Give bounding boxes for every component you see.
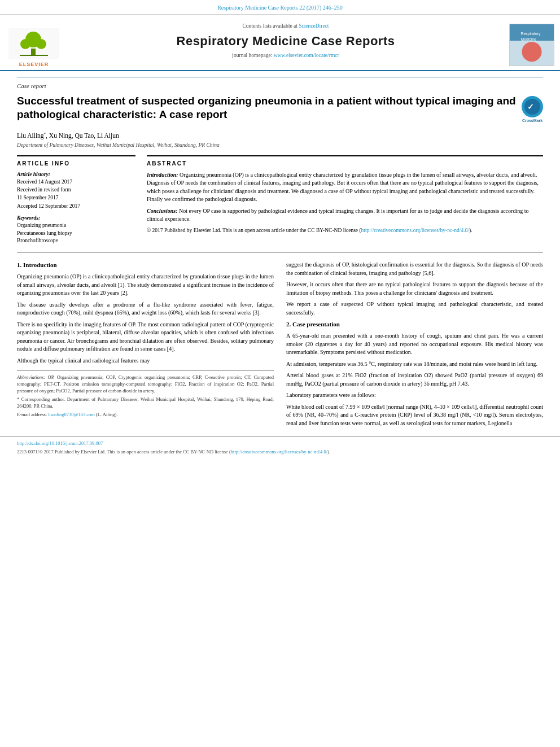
keyword-1: Organizing pneumonia (17, 222, 135, 229)
journal-center: Contents lists available at ScienceDirec… (68, 19, 504, 70)
section2-para-3: Arterial blood gases at 21% FiO2 (fracti… (286, 372, 543, 388)
section2-para-1: A 65-year-old man presented with a one-m… (286, 332, 543, 357)
body-right-para-1: suggest the diagnosis of OP, histologica… (286, 261, 543, 277)
abstract-section: ABSTRACT Introduction: Organizing pneumo… (147, 155, 543, 245)
revised-date: 11 September 2017 (17, 194, 135, 202)
footnotes: Abbreviations: OP, Organizing pneumonia;… (17, 370, 274, 418)
authors: Liu Ailing*, Xu Ning, Qu Tao, Li Aijun (17, 131, 543, 140)
body-para-3: There is no specificity in the imaging f… (17, 321, 274, 353)
section1-heading: 1. Introduction (17, 261, 274, 270)
elsevier-wordmark: ELSEVIER (19, 61, 49, 68)
journal-header: ELSEVIER Contents lists available at Sci… (0, 15, 560, 71)
email-link[interactable]: liuailing0730@163.com (48, 412, 95, 417)
issn-line: 2213-0071/© 2017 Published by Elsevier L… (17, 449, 543, 456)
top-bar: Respiratory Medicine Case Reports 22 (20… (0, 0, 560, 15)
elsevier-logo-icon (8, 28, 59, 59)
body-right-para-2: However, it occurs often that there are … (286, 281, 543, 297)
conclusions-label: Conclusions: (147, 208, 177, 214)
abstract-text: Introduction: Organizing pneumonia (OP) … (147, 171, 543, 235)
article-info-abstract-section: ARTICLE INFO Article history: Received 1… (17, 155, 543, 245)
body-para-4: Although the typical clinical and radiol… (17, 357, 274, 365)
crossmark-icon: ✓ (522, 96, 543, 117)
article-info-title: ARTICLE INFO (17, 160, 135, 168)
svg-point-4 (36, 39, 46, 49)
keyword-2: Percutaneous lung biopsy (17, 230, 135, 237)
article-title: Successful treatment of suspected organi… (17, 94, 516, 122)
svg-text:Medicine: Medicine (521, 37, 536, 41)
svg-rect-1 (31, 49, 36, 55)
journal-cover-image: Respiratory Medicine (509, 24, 554, 66)
issn-text: 2213-0071/© 2017 Published by Elsevier L… (17, 449, 231, 455)
conclusions-content: Not every OP case is supported by pathol… (147, 208, 528, 222)
body-para-2: The disease usually develops after a pro… (17, 301, 274, 317)
homepage-line: journal homepage: www.elsevier.com/locat… (73, 52, 498, 59)
copyright-close: ). (469, 228, 473, 233)
keyword-3: Bronchofibroscope (17, 237, 135, 244)
bottom-bar: http://dx.doi.org/10.1016/j.rmcr.2017.09… (0, 436, 560, 459)
svg-point-8 (522, 42, 541, 62)
section2-para-4: Laboratory parameters were as follows: (286, 391, 543, 400)
abbreviations: Abbreviations: OP, Organizing pneumonia;… (17, 374, 274, 395)
body-content: 1. Introduction Organizing pneumonia (OP… (17, 261, 543, 431)
svg-rect-5 (20, 55, 48, 56)
corresponding-label: * Corresponding author. (17, 396, 65, 402)
abbrev-text: OP, Organizing pneumonia; COP, Cryptogen… (17, 374, 274, 394)
journal-link[interactable]: Respiratory Medicine Case Reports 22 (20… (217, 5, 343, 11)
elsevier-logo-area: ELSEVIER (0, 19, 68, 70)
cc-license-link[interactable]: http://creativecommons.org/licenses/by-n… (231, 449, 327, 455)
section2-para-5: White blood cell count of 7.99 × 109 cel… (286, 403, 543, 428)
copyright-line: © 2017 Published by Elsevier Ltd. This i… (147, 227, 543, 235)
issn-close: ). (327, 449, 330, 455)
abbrev-label: Abbreviations: (17, 374, 45, 380)
email-suffix: (L. Ailing). (96, 412, 117, 417)
body-para-1: Organizing pneumonia (OP) is a clinicopa… (17, 273, 274, 298)
body-right-col: suggest the diagnosis of OP, histologica… (286, 261, 543, 431)
keywords-section: Keywords: Organizing pneumonia Percutane… (17, 215, 135, 244)
revised-label: Received in revised form (17, 186, 135, 194)
section-divider (17, 252, 543, 253)
copyright-text: © 2017 Published by Elsevier Ltd. This i… (147, 228, 361, 233)
received-date: Received 14 August 2017 (17, 178, 135, 186)
section2-para-2: At admission, temperature was 36.5 °C, r… (286, 360, 543, 369)
abstract-title: ABSTRACT (147, 160, 543, 168)
main-content: Case report Successful treatment of susp… (0, 71, 560, 436)
article-history: Article history: Received 14 August 2017… (17, 171, 135, 210)
body-left-col: 1. Introduction Organizing pneumonia (OP… (17, 261, 274, 431)
email-label: E-mail address: (17, 412, 47, 417)
homepage-url[interactable]: www.elsevier.com/locate/rmcr (274, 53, 339, 58)
contents-line: Contents lists available at ScienceDirec… (73, 23, 498, 30)
right-logo-area: Respiratory Medicine (504, 19, 560, 70)
sciencedirect-link[interactable]: ScienceDirect (299, 23, 329, 29)
keywords-label: Keywords: (17, 215, 135, 222)
email-line: E-mail address: liuailing0730@163.com (L… (17, 412, 274, 418)
abstract-conclusions: Conclusions: Not every OP case is suppor… (147, 207, 543, 224)
abstract-intro: Introduction: Organizing pneumonia (OP) … (147, 171, 543, 204)
intro-content: Organizing pneumonia (OP) is a clinicopa… (147, 172, 539, 203)
corresponding-author: * Corresponding author. Department of Pu… (17, 396, 274, 410)
article-info: ARTICLE INFO Article history: Received 1… (17, 155, 135, 245)
journal-title: Respiratory Medicine Case Reports (73, 33, 498, 50)
affiliation: Department of Pulmonary Diseases, Weihai… (17, 142, 543, 149)
accepted-date: Accepted 12 September 2017 (17, 203, 135, 210)
crossmark-badge: ✓ CrossMark (522, 96, 543, 117)
section-label: Case report (17, 77, 543, 90)
svg-point-3 (20, 39, 30, 49)
svg-text:Respiratory: Respiratory (521, 32, 541, 36)
doi-link[interactable]: http://dx.doi.org/10.1016/j.rmcr.2017.09… (17, 440, 543, 447)
section2-heading: 2. Case presentation (286, 320, 543, 329)
intro-label: Introduction: (147, 172, 178, 178)
svg-text:✓: ✓ (527, 102, 534, 111)
body-right-para-3: We report a case of suspected OP without… (286, 300, 543, 317)
page: Respiratory Medicine Case Reports 22 (20… (0, 0, 560, 459)
history-label: Article history: (17, 171, 135, 178)
copyright-link[interactable]: http://creativecommons.org/licenses/by-n… (361, 228, 469, 233)
